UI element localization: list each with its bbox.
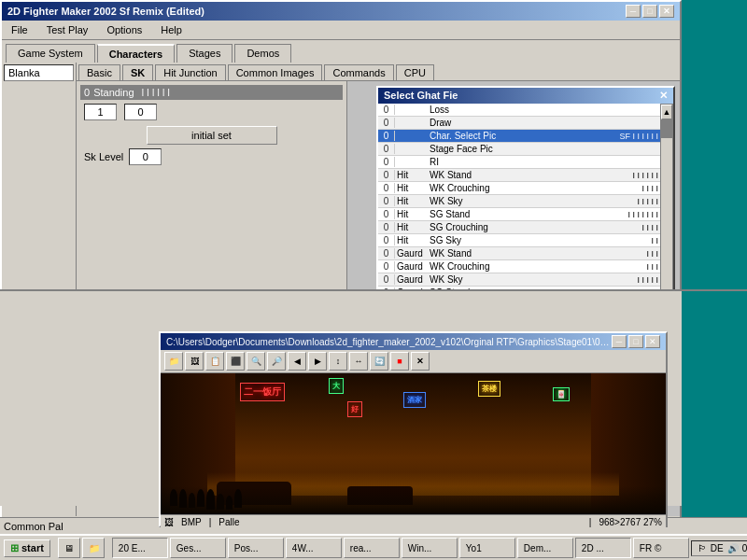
grid-row-num: 0 — [378, 170, 395, 180]
img-close-button[interactable]: ✕ — [645, 335, 660, 348]
menu-testplay[interactable]: Test Play — [41, 22, 94, 37]
window-controls: ─ □ ✕ — [626, 5, 674, 18]
grid-row-name: SG Stand — [428, 209, 626, 219]
neon-sign-6: 🀄 — [553, 387, 570, 401]
grid-row[interactable]: 0RI — [378, 156, 660, 169]
grid-row[interactable]: 0GaurdWK StandI I I — [378, 247, 660, 260]
taskbar-app-pos[interactable]: Pos... — [228, 538, 284, 558]
initial-set-button[interactable]: initial set — [147, 126, 277, 145]
img-min-button[interactable]: ─ — [612, 335, 627, 348]
start-label: start — [21, 542, 44, 553]
grid-row[interactable]: 0HitWK SkyI I I I I — [378, 195, 660, 208]
scroll-up-button[interactable]: ▲ — [661, 105, 672, 119]
grid-title-bar: Select Ghat Fie ✕ — [378, 88, 673, 104]
grid-row-name: WK Sky — [428, 274, 635, 285]
figure-1 — [170, 489, 177, 506]
grid-row-type: Hit — [395, 183, 428, 193]
tab-stages[interactable]: Stages — [176, 44, 233, 63]
img-status-sep2: | — [589, 517, 592, 527]
tab-sk[interactable]: SK — [122, 64, 153, 80]
tab-hitjunction[interactable]: Hit Junction — [155, 64, 225, 80]
standing-input-1[interactable] — [84, 104, 117, 120]
taskbar: ⊞ start 🖥 📁 20 E... Ges... Pos... 4W... … — [0, 534, 747, 560]
tool-2[interactable]: 📋 — [205, 352, 224, 371]
grid-row-checks: I I I I I I I — [626, 210, 660, 219]
start-button[interactable]: ⊞ start — [4, 539, 50, 557]
tab-cpu[interactable]: CPU — [396, 64, 434, 80]
tab-commands[interactable]: Commands — [324, 64, 393, 80]
grid-row[interactable]: 0GaurdWK CrouchingI I I — [378, 260, 660, 273]
neon-sign-3: 酒家 — [403, 392, 426, 408]
taskbar-app-win[interactable]: Win... — [402, 538, 458, 558]
tab-commonimages[interactable]: Common Images — [228, 64, 323, 80]
taskbar-app-yo1[interactable]: Yo1 — [459, 538, 515, 558]
grid-row[interactable]: 0Stage Face Pic — [378, 143, 660, 156]
tool-3[interactable]: ⬛ — [226, 352, 245, 371]
grid-row[interactable]: 0GaurdWK SkyI I I I I — [378, 273, 660, 287]
tab-demos[interactable]: Demos — [234, 44, 291, 63]
character-item-blanka[interactable]: Blanka — [4, 64, 74, 81]
tool-open[interactable]: 📁 — [164, 352, 183, 371]
tool-zoom-in[interactable]: 🔍 — [247, 352, 265, 371]
image-viewer-controls: ─ □ ✕ — [612, 335, 660, 348]
menu-file[interactable]: File — [6, 22, 34, 37]
tray-flag-icon: 🏳 — [698, 543, 707, 553]
taskbar-app-rea[interactable]: rea... — [344, 538, 400, 558]
img-max-button[interactable]: □ — [628, 335, 643, 348]
system-tray: 🏳 DE 🔊 00:28 — [691, 540, 747, 556]
taskbar-app-2d[interactable]: 2D ... — [575, 538, 631, 558]
taskbar-quicklaunch-1[interactable]: 🖥 — [58, 538, 80, 558]
tool-x[interactable]: ✕ — [411, 352, 430, 371]
grid-row-type: Gaurd — [395, 274, 428, 285]
grid-row[interactable]: 0Char. Select PicSF I I I I I I — [378, 130, 660, 143]
tool-5[interactable]: ▶ — [308, 352, 327, 371]
grid-close-button[interactable]: ✕ — [659, 90, 668, 102]
main-tab-bar: Game System Characters Stages Demos — [2, 40, 680, 63]
tool-7[interactable]: ↔ — [349, 352, 368, 371]
sk-level-input[interactable] — [129, 148, 162, 165]
scroll-thumb[interactable] — [661, 119, 672, 138]
grid-row[interactable]: 0HitSG CrouchingI I I I — [378, 221, 660, 234]
grid-row[interactable]: 0Draw — [378, 117, 660, 130]
tab-gamesystem[interactable]: Game System — [6, 44, 95, 63]
tool-4[interactable]: ◀ — [288, 352, 306, 371]
menu-help[interactable]: Help — [155, 22, 188, 37]
img-status-coords: 968>2767 27% — [599, 517, 662, 527]
tab-basic[interactable]: Basic — [78, 64, 120, 80]
grid-row-checks: I I I I I — [635, 197, 660, 206]
grid-row-checks: I I I — [644, 249, 660, 259]
tool-1[interactable]: 🖼 — [185, 352, 204, 371]
taskbar-app-dem[interactable]: Dem... — [517, 538, 573, 558]
grid-row-name: WK Sky — [428, 196, 635, 206]
title-bar: 2D Fighter Maker 2002 Sf Remix (Edited) … — [2, 2, 680, 21]
tab-characters[interactable]: Characters — [97, 44, 175, 63]
taskbar-app-ges[interactable]: Ges... — [170, 538, 226, 558]
close-button[interactable]: ✕ — [659, 5, 674, 18]
crowd-figures — [161, 489, 666, 510]
grid-row[interactable]: 0Loss — [378, 104, 660, 117]
grid-row-num: 0 — [378, 196, 395, 206]
grid-row-name: RI — [428, 157, 656, 167]
standing-input-2[interactable] — [124, 104, 157, 120]
grid-row[interactable]: 0HitWK CrouchingI I I I — [378, 182, 660, 195]
grid-row[interactable]: 0HitWK StandI I I I I I — [378, 169, 660, 182]
img-status-bmp-label: BMP — [181, 517, 202, 527]
grid-row-num: 0 — [378, 157, 395, 167]
menu-options[interactable]: Options — [101, 22, 148, 37]
grid-row[interactable]: 0HitSG SkyI I — [378, 234, 660, 247]
tool-red[interactable]: ■ — [390, 352, 409, 371]
grid-row-type: Hit — [395, 196, 428, 206]
taskbar-app-fr[interactable]: FR © — [633, 538, 689, 558]
minimize-button[interactable]: ─ — [626, 5, 641, 18]
maximize-button[interactable]: □ — [642, 5, 657, 18]
grid-row-checks: I I I I I — [635, 275, 660, 285]
standing-bar: 0 Standing I I I I I I — [80, 85, 343, 100]
taskbar-quicklaunch-2[interactable]: 📁 — [82, 538, 105, 558]
taskbar-app-4w[interactable]: 4W... — [286, 538, 342, 558]
tool-8[interactable]: 🔄 — [370, 352, 388, 371]
status-text: Common Pal — [4, 521, 63, 532]
taskbar-app-20e[interactable]: 20 E... — [112, 538, 168, 558]
tool-6[interactable]: ↕ — [329, 352, 347, 371]
grid-row[interactable]: 0HitSG StandI I I I I I I — [378, 208, 660, 221]
tool-zoom-out[interactable]: 🔎 — [267, 352, 286, 371]
